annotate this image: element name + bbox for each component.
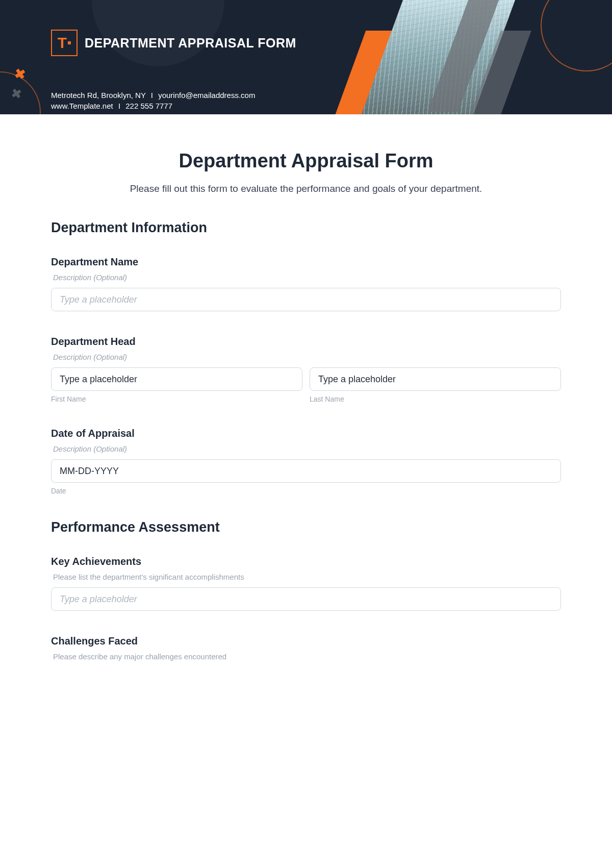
department-name-input[interactable] [51,288,561,311]
logo-text: T [58,34,67,52]
form-content: Department Appraisal Form Please fill ou… [0,114,612,687]
field-date-of-appraisal: Date of Appraisal Description (Optional)… [51,428,561,495]
page-header: ✖ ✖ T DEPARTMENT APPRAISAL FORM Metrotec… [0,0,612,114]
field-description: Description (Optional) [53,444,561,453]
section-heading-performance: Performance Assessment [51,519,561,535]
header-website: www.Template.net [51,102,113,110]
field-department-head: Department Head Description (Optional) F… [51,336,561,403]
header-address: Metrotech Rd, Brooklyn, NY [51,91,146,100]
decor-ring [541,0,612,71]
field-description: Please list the department's significant… [53,573,561,581]
field-department-name: Department Name Description (Optional) [51,256,561,311]
field-label: Key Achievements [51,556,561,567]
field-label: Department Head [51,336,561,348]
key-achievements-input[interactable] [51,587,561,611]
field-label: Department Name [51,256,561,268]
field-key-achievements: Key Achievements Please list the departm… [51,556,561,611]
header-phone: 222 555 7777 [125,102,172,110]
sublabel-last-name: Last Name [310,395,561,403]
field-description: Description (Optional) [53,273,561,282]
field-description: Description (Optional) [53,353,561,361]
form-title: Department Appraisal Form [51,150,561,172]
header-contact: Metrotech Rd, Brooklyn, NY I yourinfo@em… [51,90,255,111]
date-input[interactable] [51,459,561,483]
sublabel-date: Date [51,487,561,495]
section-heading-dept-info: Department Information [51,220,561,236]
form-intro: Please fill out this form to evaluate th… [51,183,561,194]
first-name-input[interactable] [51,367,302,391]
sublabel-first-name: First Name [51,395,302,403]
header-title: DEPARTMENT APPRAISAL FORM [85,36,296,51]
header-email: yourinfo@emailaddress.com [158,91,255,100]
field-label: Challenges Faced [51,635,561,647]
logo-icon: T [51,30,78,56]
last-name-input[interactable] [310,367,561,391]
field-label: Date of Appraisal [51,428,561,439]
separator: I [118,102,120,110]
decor-dots [525,77,597,114]
field-challenges-faced: Challenges Faced Please describe any maj… [51,635,561,661]
separator: I [151,91,153,100]
field-description: Please describe any major challenges enc… [53,652,561,661]
